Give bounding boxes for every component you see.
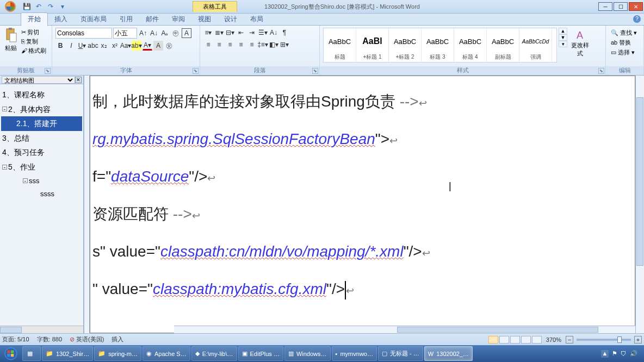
bold-button[interactable]: B xyxy=(55,41,65,51)
shading-button[interactable]: ◧▾ xyxy=(269,40,278,49)
nav-item[interactable]: 1、课程名称 xyxy=(1,88,82,102)
context-tab-table-tools[interactable]: 表格工具 xyxy=(193,1,237,12)
start-button[interactable] xyxy=(0,345,22,362)
shrink-font-button[interactable]: A↓ xyxy=(149,28,159,38)
change-case-button[interactable]: Aa▾ xyxy=(121,41,131,51)
tab-insert[interactable]: 插入 xyxy=(48,13,74,26)
view-web-layout[interactable] xyxy=(510,336,520,344)
tray-icon[interactable]: ⚑ xyxy=(612,350,617,357)
tab-home[interactable]: 开始 xyxy=(21,13,48,26)
status-insert-mode[interactable]: 插入 xyxy=(112,335,123,344)
show-marks-button[interactable]: ¶ xyxy=(280,28,289,38)
sort-button[interactable]: A↓ xyxy=(269,28,278,38)
align-right-button[interactable]: ≡ xyxy=(225,40,235,49)
italic-button[interactable]: I xyxy=(66,41,76,51)
tray-overflow-icon[interactable]: ▲ xyxy=(601,350,609,358)
task-item[interactable]: 📁1302_Shir… xyxy=(42,346,93,361)
status-language[interactable]: ⊘ 英语(美国) xyxy=(70,335,104,344)
office-button[interactable] xyxy=(1,0,20,14)
close-button[interactable]: ✕ xyxy=(629,2,643,11)
font-name-combo[interactable] xyxy=(55,28,112,39)
nav-item[interactable]: -5、作业 xyxy=(1,160,82,174)
dialog-launcher[interactable]: ⬊ xyxy=(45,68,51,74)
indent-dec-button[interactable]: ⇤ xyxy=(236,28,246,38)
tab-design[interactable]: 设计 xyxy=(218,13,244,26)
enclose-char-button[interactable]: ㊛ xyxy=(164,41,174,51)
strike-button[interactable]: abc xyxy=(88,41,98,51)
dialog-launcher[interactable]: ⬊ xyxy=(312,68,318,74)
task-item[interactable]: ▣EditPlus … xyxy=(238,346,283,361)
tab-page-layout[interactable]: 页面布局 xyxy=(74,13,113,26)
nav-hscrollbar[interactable] xyxy=(0,326,83,333)
align-justify-button[interactable]: ≡ xyxy=(236,40,246,49)
page-canvas[interactable]: 制，此时数据库的连接对象取得由Spring负责 -->↩ rg.mybatis.… xyxy=(90,76,635,333)
clear-format-button[interactable]: Aₐ xyxy=(160,28,170,38)
zoom-in-button[interactable]: + xyxy=(634,336,642,344)
font-color-button[interactable]: A▾ xyxy=(143,41,152,51)
horizontal-scrollbar[interactable] xyxy=(174,326,635,333)
asian-layout-button[interactable]: ☰▾ xyxy=(258,28,268,38)
numbering-button[interactable]: ≣▾ xyxy=(214,28,224,38)
nav-item[interactable]: ssss xyxy=(1,188,82,201)
document-map-tree[interactable]: 1、课程名称 -2、具体内容 2.1、搭建开 3、总结 4、预习任务 -5、作业… xyxy=(0,84,83,326)
paste-button[interactable]: 粘贴 xyxy=(3,28,18,55)
phonetic-button[interactable]: ㊥ xyxy=(171,28,181,38)
char-shading-button[interactable]: A xyxy=(153,41,163,51)
maximize-button[interactable]: ☐ xyxy=(614,2,628,11)
select-button[interactable]: ▭选择▾ xyxy=(609,47,636,57)
styles-gallery[interactable]: AaBbC标题 AaBl+标题 1 AaBbC+标题 2 AaBbC标题 3 A… xyxy=(323,28,557,63)
borders-button[interactable]: ⊞▾ xyxy=(280,40,289,49)
task-item[interactable]: ▢无标题 - … xyxy=(378,346,423,361)
nav-item[interactable]: 3、总结 xyxy=(1,131,82,146)
multilevel-button[interactable]: ⊟▾ xyxy=(225,28,235,38)
document-map-select[interactable]: 文档结构图 xyxy=(2,76,75,84)
dialog-launcher[interactable]: ⬊ xyxy=(193,68,199,74)
change-styles-button[interactable]: A 更改样式 xyxy=(569,28,591,60)
copy-button[interactable]: ⎘复制 xyxy=(20,37,47,46)
font-size-combo[interactable] xyxy=(113,28,137,39)
zoom-level[interactable]: 370% xyxy=(546,336,561,343)
nav-item[interactable]: 4、预习任务 xyxy=(1,145,82,160)
nav-item[interactable]: -2、具体内容 xyxy=(1,102,82,117)
grow-font-button[interactable]: A↑ xyxy=(138,28,148,38)
ruler-toggle[interactable] xyxy=(84,76,90,333)
tab-view[interactable]: 视图 xyxy=(191,13,218,26)
nav-item[interactable]: -sss xyxy=(1,174,82,188)
system-tray[interactable]: ▲ ⚑ ⛉ 🔊 xyxy=(598,350,644,358)
align-center-button[interactable]: ≡ xyxy=(214,40,224,49)
nav-item[interactable]: 2.1、搭建开 xyxy=(1,116,82,131)
subscript-button[interactable]: x₂ xyxy=(99,41,109,51)
tab-review[interactable]: 审阅 xyxy=(165,13,191,26)
vertical-scrollbar[interactable] xyxy=(635,76,644,333)
view-outline[interactable] xyxy=(521,336,531,344)
cut-button[interactable]: ✂剪切 xyxy=(20,28,47,36)
underline-button[interactable]: U▾ xyxy=(77,41,87,51)
undo-icon[interactable]: ↶ xyxy=(34,2,44,11)
view-full-reading[interactable] xyxy=(499,336,509,344)
dialog-launcher[interactable]: ⬊ xyxy=(598,68,604,74)
view-draft[interactable] xyxy=(532,336,542,344)
save-icon[interactable]: 💾 xyxy=(22,2,32,11)
task-item[interactable]: ▪mymvnwo… xyxy=(332,346,377,361)
line-spacing-button[interactable]: ‡≡▾ xyxy=(258,40,268,49)
tab-mailings[interactable]: 邮件 xyxy=(139,13,165,26)
zoom-slider[interactable] xyxy=(577,339,631,341)
tray-volume-icon[interactable]: 🔊 xyxy=(630,350,637,357)
task-item[interactable]: W1302002_… xyxy=(424,346,473,361)
task-item[interactable]: 📁spring-m… xyxy=(94,346,141,361)
task-item[interactable]: ◉Apache S… xyxy=(143,346,190,361)
format-painter-button[interactable]: 🖌格式刷 xyxy=(20,46,47,55)
tab-references[interactable]: 引用 xyxy=(113,13,139,26)
align-left-button[interactable]: ≡ xyxy=(203,40,213,49)
superscript-button[interactable]: x² xyxy=(110,41,120,51)
status-word-count[interactable]: 字数: 880 xyxy=(37,335,62,344)
redo-icon[interactable]: ↷ xyxy=(46,2,55,11)
zoom-out-button[interactable]: − xyxy=(566,336,573,344)
char-border-button[interactable]: A xyxy=(182,28,191,38)
align-distribute-button[interactable]: ≡ xyxy=(247,40,257,49)
tray-icon[interactable]: ⛉ xyxy=(621,351,627,357)
find-button[interactable]: 🔍查找▾ xyxy=(609,28,639,38)
highlight-button[interactable]: ab▾ xyxy=(132,41,141,51)
task-item[interactable]: ◆E:\my-lib\… xyxy=(191,346,237,361)
tab-layout[interactable]: 布局 xyxy=(244,13,270,26)
